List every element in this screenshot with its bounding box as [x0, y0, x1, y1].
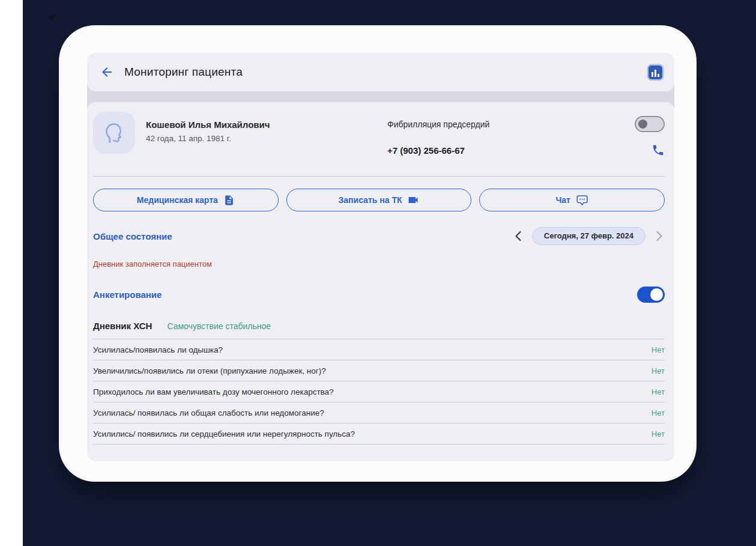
- question-answer: Нет: [652, 429, 665, 438]
- question-answer: Нет: [652, 345, 665, 354]
- diagnosis-label: Фибрилляция предсердий: [387, 120, 489, 129]
- head-profile-icon: [100, 119, 128, 147]
- survey-title: Анкетирование: [93, 290, 162, 300]
- call-button[interactable]: [652, 144, 665, 157]
- question-answer: Нет: [652, 408, 665, 417]
- diary-question-row: Усилилась/ появилась ли общая слабость и…: [93, 402, 665, 423]
- diary-filled-by-patient-note: Дневник заполняется пациентом: [93, 259, 665, 268]
- diary-question-row: Усилились/ появились ли сердцебиения или…: [93, 423, 665, 444]
- patient-divider: [93, 176, 665, 177]
- patient-summary: Кошевой Илья Михайлович 42 года, 11 апр.…: [93, 112, 665, 157]
- date-selector: Сегодня, 27 февр. 2024: [513, 227, 665, 245]
- content-card: Кошевой Илья Михайлович 42 года, 11 апр.…: [87, 102, 674, 461]
- phone-row: +7 (903) 256-66-67: [387, 144, 665, 157]
- action-buttons: Медицинская карта Записать на ТК Чат: [93, 189, 665, 211]
- patient-name: Кошевой Илья Михайлович: [146, 120, 270, 130]
- diary-header: Дневник ХСН Самочувствие стабильное: [93, 321, 665, 339]
- telehealth-appointment-button[interactable]: Записать на ТК: [286, 189, 472, 211]
- page-title: Мониторинг пациента: [124, 65, 243, 79]
- diagnosis-row: Фибрилляция предсердий: [387, 116, 665, 132]
- chevron-right-icon: [656, 231, 664, 241]
- question-answer: Нет: [652, 366, 665, 375]
- next-day-button[interactable]: [655, 229, 665, 243]
- diary-status: Самочувствие стабильное: [167, 321, 271, 331]
- diary-question-row: Приходилось ли вам увеличивать дозу моче…: [93, 381, 665, 402]
- patient-avatar: [93, 112, 135, 154]
- app-header: Мониторинг пациента: [87, 53, 674, 91]
- statistics-button[interactable]: [649, 65, 662, 79]
- medical-record-label: Медицинская карта: [137, 195, 218, 205]
- patient-age-birthdate: 42 года, 11 апр. 1981 г.: [146, 134, 270, 143]
- diary-question-row: Увеличились/появились ли отеки (припухан…: [93, 360, 665, 381]
- chat-label: Чат: [555, 195, 570, 205]
- question-text: Приходилось ли вам увеличивать дозу моче…: [93, 387, 334, 396]
- question-text: Усилилась/появилась ли одышка?: [93, 345, 223, 354]
- diary-question-row: Усилилась/появилась ли одышка? Нет: [93, 339, 665, 360]
- medical-record-button[interactable]: Медицинская карта: [93, 189, 279, 211]
- patient-phone: +7 (903) 256-66-67: [387, 145, 465, 156]
- survey-toggle[interactable]: [637, 287, 665, 303]
- patient-contacts: Фибрилляция предсердий +7 (903) 256-66-6…: [387, 112, 665, 157]
- mouse-cursor-icon: [48, 14, 58, 22]
- telehealth-label: Записать на ТК: [339, 195, 402, 205]
- question-text: Усилились/ появились ли сердцебиения или…: [93, 429, 355, 438]
- header-gap: [87, 91, 674, 102]
- back-button[interactable]: [99, 64, 115, 80]
- bar-chart-icon: [652, 72, 653, 77]
- question-answer: Нет: [652, 387, 665, 396]
- app-screen: Мониторинг пациента Кошевой Илья Михайло…: [87, 53, 674, 461]
- general-state-title: Общее состояние: [93, 231, 172, 241]
- arrow-left-icon: [100, 65, 114, 79]
- previous-day-button[interactable]: [513, 229, 523, 243]
- question-text: Увеличились/появились ли отеки (припухан…: [93, 366, 326, 375]
- diagnosis-toggle[interactable]: [635, 116, 665, 132]
- current-date-pill[interactable]: Сегодня, 27 февр. 2024: [532, 227, 646, 245]
- general-state-row: Общее состояние Сегодня, 27 февр. 2024: [93, 227, 665, 245]
- chat-bubble-icon: [576, 194, 588, 207]
- chevron-left-icon: [514, 231, 522, 241]
- phone-icon: [652, 144, 665, 157]
- video-camera-icon: [407, 194, 419, 206]
- patient-info: Кошевой Илья Михайлович 42 года, 11 апр.…: [146, 112, 270, 157]
- chat-button[interactable]: Чат: [479, 189, 665, 211]
- survey-row: Анкетирование: [93, 287, 665, 303]
- tablet-frame: Мониторинг пациента Кошевой Илья Михайло…: [59, 25, 697, 482]
- question-text: Усилилась/ появилась ли общая слабость и…: [93, 408, 324, 417]
- diary-title: Дневник ХСН: [93, 321, 152, 331]
- document-icon: [223, 195, 235, 206]
